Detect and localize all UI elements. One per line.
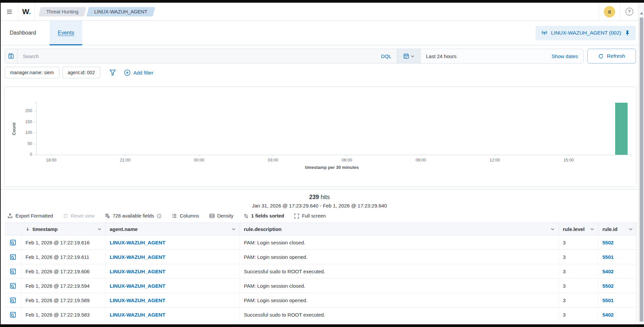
- cell-rule-level: 3: [559, 293, 598, 307]
- calendar-icon: [403, 53, 409, 59]
- column-header-rule-level[interactable]: rule.level: [559, 223, 598, 235]
- filter-pill[interactable]: manager.name: siem: [5, 67, 59, 78]
- chevron-down-icon[interactable]: [590, 228, 594, 230]
- header-control-column: [5, 223, 21, 235]
- scrollbar-up-arrow[interactable]: [640, 12, 643, 14]
- expand-row-icon[interactable]: [10, 268, 16, 275]
- x-tick-label: 15:00: [558, 158, 579, 162]
- columns-icon: [172, 213, 177, 219]
- search-row: DQL Last 24 hours Show dates: [5, 49, 636, 63]
- density-icon: [209, 213, 215, 219]
- expand-row-button[interactable]: [5, 235, 21, 249]
- x-tick-label: 09:00: [410, 158, 432, 162]
- column-label: timestamp: [33, 226, 58, 232]
- column-header-rule-description[interactable]: rule.description: [240, 223, 559, 235]
- chevron-down-icon: [411, 55, 414, 57]
- show-dates-button[interactable]: Show dates: [552, 53, 578, 59]
- y-tick-label: 0: [18, 152, 32, 157]
- full-screen-button[interactable]: Full screen: [294, 213, 326, 219]
- chevron-down-icon[interactable]: [629, 228, 633, 230]
- column-header-agent-name[interactable]: agent.name: [106, 223, 240, 235]
- cell-timestamp: Feb 1, 2026 @ 17:22:19.611: [21, 250, 106, 264]
- agent-name-link[interactable]: LINUX-WAZUH_AGENT: [110, 269, 165, 274]
- rule-id-link[interactable]: 5402: [602, 312, 613, 318]
- rule-id-link[interactable]: 5501: [602, 297, 613, 303]
- broadcast-icon: [541, 30, 548, 36]
- search-input[interactable]: [17, 49, 376, 63]
- agent-name-link[interactable]: LINUX-WAZUH_AGENT: [110, 240, 165, 245]
- hits-count: 239 hits: [1, 194, 638, 201]
- chevron-down-icon[interactable]: [232, 228, 235, 230]
- rule-id-link[interactable]: 5402: [602, 269, 613, 274]
- table-row: Feb 1, 2026 @ 17:22:19.583LINUX-WAZUH_AG…: [5, 308, 636, 322]
- cell-timestamp: Feb 1, 2026 @ 17:22:19.583: [21, 308, 106, 322]
- rule-id-link[interactable]: 5502: [602, 240, 613, 245]
- reset-view-button[interactable]: Reset view: [63, 213, 95, 219]
- fields-sorted-button[interactable]: 1 fields sorted: [244, 213, 284, 219]
- tab-events[interactable]: Events: [50, 21, 82, 45]
- chevron-down-icon[interactable]: [551, 228, 554, 230]
- x-tick-mark: [347, 155, 347, 156]
- rule-id-link[interactable]: 5501: [602, 254, 613, 260]
- y-tick-mark: [34, 155, 36, 155]
- user-menu[interactable]: a: [599, 3, 620, 20]
- histogram-bar[interactable]: [615, 103, 628, 155]
- help-menu[interactable]: ?: [620, 3, 638, 20]
- available-fields-button[interactable]: 728 available fields: [105, 213, 162, 219]
- filter-pills: manager.name: siemagent.id: 002: [5, 67, 103, 78]
- menu-button[interactable]: [1, 9, 18, 14]
- export-formatted-button[interactable]: Export Formatted: [7, 213, 53, 219]
- date-quick-select-button[interactable]: [397, 49, 421, 63]
- expand-row-icon[interactable]: [10, 254, 16, 260]
- agent-selector-button[interactable]: LINUX-WAZUH_AGENT (002): [536, 26, 636, 40]
- columns-button[interactable]: Columns: [172, 213, 199, 219]
- refresh-label: Refresh: [607, 53, 625, 59]
- agent-name-link[interactable]: LINUX-WAZUH_AGENT: [110, 297, 165, 303]
- window-bottom-edge: [0, 324, 644, 327]
- expand-row-icon[interactable]: [10, 239, 16, 246]
- cell-rule-level: 3: [559, 250, 598, 264]
- filter-options-button[interactable]: [109, 69, 116, 76]
- filter-pill[interactable]: agent.id: 002: [62, 67, 100, 78]
- expand-row-button[interactable]: [5, 279, 21, 293]
- cell-agent-name: LINUX-WAZUH_AGENT: [106, 308, 240, 322]
- tab-dashboard[interactable]: Dashboard: [1, 21, 45, 45]
- agent-name-link[interactable]: LINUX-WAZUH_AGENT: [110, 283, 165, 289]
- avatar[interactable]: a: [604, 6, 615, 17]
- table-row: Feb 1, 2026 @ 17:22:19.611LINUX-WAZUH_AG…: [5, 250, 636, 264]
- add-filter-button[interactable]: Add filter: [124, 69, 153, 76]
- expand-row-button[interactable]: [5, 308, 21, 322]
- breadcrumb-agent[interactable]: LINUX-WAZUH_AGENT: [88, 7, 154, 16]
- save-query-button[interactable]: [5, 49, 17, 63]
- expand-row-button[interactable]: [5, 250, 21, 264]
- agent-name-link[interactable]: LINUX-WAZUH_AGENT: [110, 254, 165, 260]
- query-language-button[interactable]: DQL: [376, 49, 397, 63]
- cell-agent-name: LINUX-WAZUH_AGENT: [106, 235, 240, 249]
- time-range-display[interactable]: Last 24 hours Show dates: [421, 49, 583, 63]
- scrollbar[interactable]: [638, 3, 644, 324]
- expand-row-button[interactable]: [5, 264, 21, 278]
- pin-icon[interactable]: [625, 30, 630, 36]
- window-top-edge: [0, 0, 644, 3]
- breadcrumb-threat-hunting[interactable]: Threat Hunting: [40, 7, 85, 16]
- density-button[interactable]: Density: [209, 213, 233, 219]
- sort-icon: [244, 214, 249, 219]
- column-header-rule-id[interactable]: rule.id: [598, 223, 637, 235]
- fullscreen-icon: [294, 214, 299, 219]
- expand-row-button[interactable]: [5, 293, 21, 307]
- chevron-down-icon[interactable]: [98, 228, 101, 230]
- expand-row-icon[interactable]: [10, 297, 16, 303]
- events-histogram-panel: 05010015020018:0021:0000:0003:0006:0009:…: [4, 87, 637, 187]
- table-toolbar: Export Formatted Reset view 728 ava: [1, 213, 638, 219]
- info-icon[interactable]: [157, 214, 162, 219]
- wazuh-logo[interactable]: W.: [18, 7, 35, 16]
- scrollbar-thumb[interactable]: [640, 17, 643, 322]
- agent-name-link[interactable]: LINUX-WAZUH_AGENT: [110, 312, 165, 318]
- rule-id-link[interactable]: 5502: [602, 283, 613, 289]
- expand-row-icon[interactable]: [10, 312, 16, 318]
- breadcrumb: Threat Hunting LINUX-WAZUH_AGENT: [40, 7, 154, 16]
- refresh-button[interactable]: Refresh: [587, 49, 636, 63]
- expand-row-icon[interactable]: [10, 283, 16, 289]
- help-icon[interactable]: ?: [626, 8, 633, 15]
- column-header-timestamp[interactable]: timestamp: [21, 223, 106, 235]
